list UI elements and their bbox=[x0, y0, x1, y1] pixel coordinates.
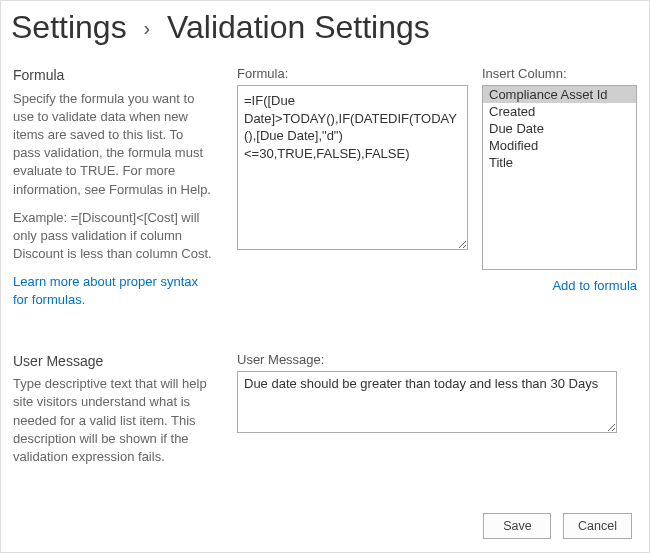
formula-description-b: Example: =[Discount]<[Cost] will only pa… bbox=[13, 209, 213, 264]
learn-more-link[interactable]: Learn more about proper syntax for formu… bbox=[13, 274, 198, 307]
column-option[interactable]: Compliance Asset Id bbox=[483, 86, 636, 103]
column-option[interactable]: Due Date bbox=[483, 120, 636, 137]
user-message-textarea[interactable] bbox=[237, 371, 617, 433]
breadcrumb-current: Validation Settings bbox=[167, 9, 430, 45]
formula-section-title: Formula bbox=[13, 66, 213, 86]
user-message-section-title: User Message bbox=[13, 352, 213, 372]
formula-description-a: Specify the formula you want to use to v… bbox=[13, 90, 213, 199]
column-option[interactable]: Title bbox=[483, 154, 636, 171]
chevron-right-icon: › bbox=[144, 17, 151, 39]
insert-column-listbox[interactable]: Compliance Asset IdCreatedDue DateModifi… bbox=[482, 85, 637, 270]
breadcrumb-parent[interactable]: Settings bbox=[11, 9, 127, 45]
user-message-description: Type descriptive text that will help sit… bbox=[13, 375, 213, 466]
formula-label: Formula: bbox=[237, 66, 468, 81]
save-button[interactable]: Save bbox=[483, 513, 551, 539]
insert-column-label: Insert Column: bbox=[482, 66, 637, 81]
column-option[interactable]: Modified bbox=[483, 137, 636, 154]
footer-buttons: Save Cancel bbox=[475, 513, 632, 539]
column-option[interactable]: Created bbox=[483, 103, 636, 120]
formula-textarea[interactable] bbox=[237, 85, 468, 250]
breadcrumb: Settings › Validation Settings bbox=[1, 1, 649, 60]
add-to-formula-link[interactable]: Add to formula bbox=[552, 278, 637, 293]
cancel-button[interactable]: Cancel bbox=[563, 513, 632, 539]
user-message-label: User Message: bbox=[237, 352, 617, 367]
